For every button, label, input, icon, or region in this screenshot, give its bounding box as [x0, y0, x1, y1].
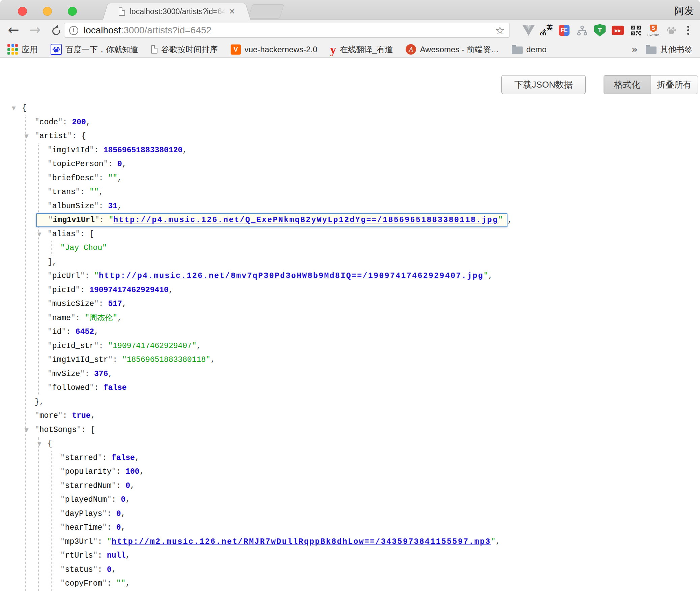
tab-close-icon[interactable]: × [229, 7, 235, 16]
bookmark-item[interactable]: 百度一下，你就知道 [51, 44, 138, 55]
json-line: ], [0, 255, 700, 270]
page-info-icon[interactable]: i [69, 26, 78, 35]
translate-icon[interactable]: 英⇄en [540, 23, 553, 37]
json-key: topicPerson [52, 160, 104, 168]
json-line: "trans": "", [0, 185, 700, 199]
json-url-link[interactable]: http://m2.music.126.net/RMJR7wDullRqppBk… [112, 537, 491, 546]
collapse-toggle-icon[interactable]: ▼ [25, 423, 29, 437]
json-value: 18569651883380120 [104, 146, 183, 155]
json-bracket: { [48, 439, 52, 448]
bookmarks-overflow-chevron[interactable]: » [632, 43, 638, 55]
json-line: "starred": false, [0, 451, 700, 465]
collapse-toggle-icon[interactable]: ▼ [12, 101, 16, 116]
json-line: "briefDesc": "", [0, 172, 700, 186]
format-button[interactable]: 格式化 [604, 75, 651, 94]
json-line: }, [0, 395, 700, 409]
collapse-toggle-icon[interactable]: ▼ [25, 129, 29, 144]
back-button[interactable]: ← [5, 22, 22, 38]
json-string: "周杰伦" [85, 314, 117, 322]
json-line: "img1v1Id": 18569651883380120, [0, 144, 700, 158]
json-bracket: { [81, 132, 86, 141]
json-key: picUrl [52, 272, 80, 280]
bookmark-label: demo [526, 45, 547, 54]
json-key: playedNum [65, 495, 107, 504]
json-string: "" [108, 174, 117, 183]
json-key: hearTime [65, 523, 102, 532]
json-string: "Jay Chou" [60, 244, 107, 252]
youdao-icon: y [330, 44, 336, 55]
json-url-link[interactable]: http://p4.music.126.net/Q_ExePNkmqB2yWyL… [113, 216, 498, 224]
browser-tab[interactable]: localhost:3000/artists?id=645 × [111, 3, 243, 20]
json-value: null [107, 551, 125, 560]
json-bracket: } [35, 398, 39, 406]
json-key: popularity [65, 467, 112, 476]
json-url-link[interactable]: http://p4.music.126.net/8mv7qP30Pd3oHW8b… [99, 272, 484, 280]
bookmark-item[interactable]: 应用 [7, 44, 38, 55]
json-value: true [72, 411, 90, 420]
json-key: followed [52, 383, 89, 392]
bookmark-item[interactable]: y在线翻译_有道 [330, 44, 393, 55]
json-value: 0 [107, 565, 112, 574]
bookmark-label: 谷歌按时间排序 [161, 44, 218, 55]
bookmark-item[interactable]: Vvue-hackernews-2.0 [231, 44, 317, 55]
close-window-button[interactable] [18, 7, 27, 16]
new-tab-button[interactable] [248, 4, 284, 19]
reload-button[interactable] [49, 24, 63, 38]
awesomes-icon: A [406, 44, 416, 55]
collapse-all-button[interactable]: 折叠所有 [651, 75, 698, 94]
json-key: dayPlays [65, 509, 102, 518]
bookmark-item[interactable]: demo [512, 45, 547, 54]
json-key: picId_str [52, 342, 94, 350]
html5-player-icon[interactable]: 5PLAYER [647, 23, 660, 37]
bookmark-label: vue-hackernews-2.0 [244, 45, 317, 54]
json-key: copyFrom [65, 579, 102, 588]
json-key: id [52, 328, 62, 336]
profile-name[interactable]: 阿发 [674, 4, 694, 18]
json-key: name [52, 314, 71, 322]
minimize-window-button[interactable] [43, 7, 52, 16]
vue-devtools-icon[interactable] [522, 23, 535, 37]
zoom-window-button[interactable] [68, 7, 77, 16]
collapse-toggle-icon[interactable]: ▼ [37, 227, 41, 242]
page-icon [151, 45, 157, 54]
json-key: artist [39, 132, 67, 141]
collapse-toggle-icon[interactable]: ▼ [37, 437, 41, 451]
browser-menu-icon[interactable] [683, 24, 693, 36]
json-line: "playedNum": 0, [0, 493, 700, 507]
json-bracket: [ [89, 230, 94, 239]
tampermonkey-icon[interactable]: T [593, 23, 606, 37]
json-bracket: ] [48, 258, 52, 267]
json-line-selected: "img1v1Url": "http://p4.music.126.net/Q_… [0, 213, 700, 227]
json-line: "picId_str": "19097417462929407", [0, 339, 700, 353]
sitemap-icon[interactable] [576, 23, 588, 37]
bookmark-item[interactable]: 谷歌按时间排序 [151, 44, 218, 55]
folder-icon [512, 46, 523, 54]
video-speed-icon[interactable]: ▶▶ [611, 23, 624, 37]
forward-button[interactable]: → [27, 22, 43, 38]
json-key: more [39, 411, 58, 420]
json-string: "19097417462929407" [108, 342, 196, 350]
other-bookmarks-folder[interactable]: 其他书签 [646, 44, 693, 55]
toolbar: ← → i localhost:3000/artists?id=6452 ☆ 英… [0, 20, 700, 41]
qr-code-icon[interactable] [629, 23, 642, 37]
json-line: "topicPerson": 0, [0, 157, 700, 172]
bookmark-star-icon[interactable]: ☆ [495, 24, 505, 37]
json-value: 0 [116, 523, 121, 532]
json-line: "popularity": 100, [0, 465, 700, 479]
download-json-button[interactable]: 下载JSON数据 [501, 75, 586, 94]
json-key: img1v1Id [52, 146, 89, 155]
json-line: "hearTime": 0, [0, 521, 700, 535]
bookmark-item[interactable]: AAwesomes - 前端资… [406, 44, 499, 55]
json-value: 517 [108, 300, 122, 308]
fe-helper-icon[interactable]: FE [558, 23, 571, 37]
paw-icon[interactable] [665, 23, 678, 37]
url-text[interactable]: localhost:3000/artists?id=6452 [84, 25, 492, 36]
json-key: briefDesc [52, 174, 94, 183]
address-bar[interactable]: i localhost:3000/artists?id=6452 ☆ [64, 23, 510, 38]
json-value: 376 [94, 370, 108, 378]
json-line: "picId": 19097417462929410, [0, 283, 700, 298]
json-line: "albumSize": 31, [0, 199, 700, 214]
json-line: "name": "周杰伦", [0, 311, 700, 325]
vue-icon: V [231, 44, 241, 55]
apps-grid-icon [7, 44, 18, 55]
